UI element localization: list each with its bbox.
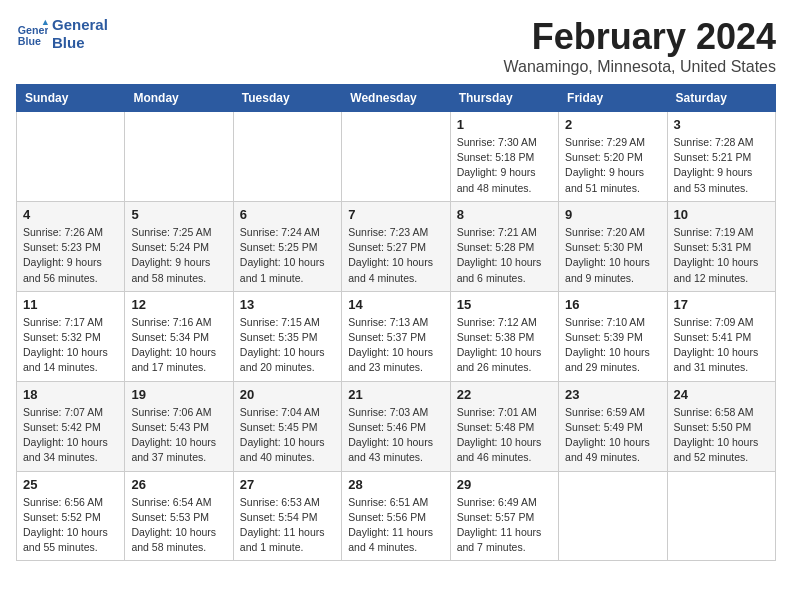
day-info: Sunrise: 7:15 AM Sunset: 5:35 PM Dayligh… — [240, 315, 335, 376]
day-number: 18 — [23, 387, 118, 402]
calendar-cell: 21Sunrise: 7:03 AM Sunset: 5:46 PM Dayli… — [342, 381, 450, 471]
day-info: Sunrise: 6:54 AM Sunset: 5:53 PM Dayligh… — [131, 495, 226, 556]
calendar-cell: 11Sunrise: 7:17 AM Sunset: 5:32 PM Dayli… — [17, 291, 125, 381]
day-number: 22 — [457, 387, 552, 402]
weekday-header-thursday: Thursday — [450, 85, 558, 112]
calendar-table: SundayMondayTuesdayWednesdayThursdayFrid… — [16, 84, 776, 561]
day-number: 26 — [131, 477, 226, 492]
logo-line2: Blue — [52, 34, 108, 52]
calendar-cell: 22Sunrise: 7:01 AM Sunset: 5:48 PM Dayli… — [450, 381, 558, 471]
calendar-cell: 27Sunrise: 6:53 AM Sunset: 5:54 PM Dayli… — [233, 471, 341, 561]
day-number: 14 — [348, 297, 443, 312]
day-info: Sunrise: 7:13 AM Sunset: 5:37 PM Dayligh… — [348, 315, 443, 376]
weekday-header-row: SundayMondayTuesdayWednesdayThursdayFrid… — [17, 85, 776, 112]
calendar-cell: 13Sunrise: 7:15 AM Sunset: 5:35 PM Dayli… — [233, 291, 341, 381]
day-info: Sunrise: 6:53 AM Sunset: 5:54 PM Dayligh… — [240, 495, 335, 556]
day-number: 24 — [674, 387, 769, 402]
day-info: Sunrise: 7:24 AM Sunset: 5:25 PM Dayligh… — [240, 225, 335, 286]
day-info: Sunrise: 7:30 AM Sunset: 5:18 PM Dayligh… — [457, 135, 552, 196]
logo-line1: General — [52, 16, 108, 34]
logo-icon: General Blue — [16, 18, 48, 50]
weekday-header-wednesday: Wednesday — [342, 85, 450, 112]
weekday-header-tuesday: Tuesday — [233, 85, 341, 112]
day-number: 4 — [23, 207, 118, 222]
day-info: Sunrise: 7:01 AM Sunset: 5:48 PM Dayligh… — [457, 405, 552, 466]
calendar-cell: 26Sunrise: 6:54 AM Sunset: 5:53 PM Dayli… — [125, 471, 233, 561]
day-info: Sunrise: 6:49 AM Sunset: 5:57 PM Dayligh… — [457, 495, 552, 556]
weekday-header-saturday: Saturday — [667, 85, 775, 112]
calendar-cell: 20Sunrise: 7:04 AM Sunset: 5:45 PM Dayli… — [233, 381, 341, 471]
calendar-cell — [342, 112, 450, 202]
day-info: Sunrise: 7:25 AM Sunset: 5:24 PM Dayligh… — [131, 225, 226, 286]
day-number: 28 — [348, 477, 443, 492]
day-info: Sunrise: 7:16 AM Sunset: 5:34 PM Dayligh… — [131, 315, 226, 376]
calendar-cell: 23Sunrise: 6:59 AM Sunset: 5:49 PM Dayli… — [559, 381, 667, 471]
calendar-cell: 3Sunrise: 7:28 AM Sunset: 5:21 PM Daylig… — [667, 112, 775, 202]
weekday-header-monday: Monday — [125, 85, 233, 112]
calendar-cell: 16Sunrise: 7:10 AM Sunset: 5:39 PM Dayli… — [559, 291, 667, 381]
calendar-cell — [125, 112, 233, 202]
day-info: Sunrise: 7:29 AM Sunset: 5:20 PM Dayligh… — [565, 135, 660, 196]
day-info: Sunrise: 7:12 AM Sunset: 5:38 PM Dayligh… — [457, 315, 552, 376]
calendar-cell: 15Sunrise: 7:12 AM Sunset: 5:38 PM Dayli… — [450, 291, 558, 381]
calendar-header: SundayMondayTuesdayWednesdayThursdayFrid… — [17, 85, 776, 112]
day-info: Sunrise: 7:26 AM Sunset: 5:23 PM Dayligh… — [23, 225, 118, 286]
calendar-cell: 10Sunrise: 7:19 AM Sunset: 5:31 PM Dayli… — [667, 201, 775, 291]
day-info: Sunrise: 7:19 AM Sunset: 5:31 PM Dayligh… — [674, 225, 769, 286]
day-info: Sunrise: 6:59 AM Sunset: 5:49 PM Dayligh… — [565, 405, 660, 466]
calendar-cell — [667, 471, 775, 561]
calendar-cell: 7Sunrise: 7:23 AM Sunset: 5:27 PM Daylig… — [342, 201, 450, 291]
day-info: Sunrise: 7:21 AM Sunset: 5:28 PM Dayligh… — [457, 225, 552, 286]
calendar-week-row: 25Sunrise: 6:56 AM Sunset: 5:52 PM Dayli… — [17, 471, 776, 561]
calendar-week-row: 11Sunrise: 7:17 AM Sunset: 5:32 PM Dayli… — [17, 291, 776, 381]
day-number: 8 — [457, 207, 552, 222]
day-number: 16 — [565, 297, 660, 312]
day-number: 7 — [348, 207, 443, 222]
day-number: 23 — [565, 387, 660, 402]
calendar-cell: 29Sunrise: 6:49 AM Sunset: 5:57 PM Dayli… — [450, 471, 558, 561]
day-number: 15 — [457, 297, 552, 312]
day-info: Sunrise: 6:56 AM Sunset: 5:52 PM Dayligh… — [23, 495, 118, 556]
svg-text:Blue: Blue — [18, 35, 41, 47]
day-info: Sunrise: 7:23 AM Sunset: 5:27 PM Dayligh… — [348, 225, 443, 286]
logo: General Blue General Blue — [16, 16, 108, 52]
day-number: 6 — [240, 207, 335, 222]
day-info: Sunrise: 7:07 AM Sunset: 5:42 PM Dayligh… — [23, 405, 118, 466]
day-info: Sunrise: 7:03 AM Sunset: 5:46 PM Dayligh… — [348, 405, 443, 466]
day-info: Sunrise: 7:06 AM Sunset: 5:43 PM Dayligh… — [131, 405, 226, 466]
day-number: 20 — [240, 387, 335, 402]
calendar-body: 1Sunrise: 7:30 AM Sunset: 5:18 PM Daylig… — [17, 112, 776, 561]
svg-marker-2 — [43, 20, 48, 25]
calendar-cell: 28Sunrise: 6:51 AM Sunset: 5:56 PM Dayli… — [342, 471, 450, 561]
calendar-cell: 1Sunrise: 7:30 AM Sunset: 5:18 PM Daylig… — [450, 112, 558, 202]
day-number: 3 — [674, 117, 769, 132]
day-number: 9 — [565, 207, 660, 222]
day-number: 11 — [23, 297, 118, 312]
day-info: Sunrise: 6:51 AM Sunset: 5:56 PM Dayligh… — [348, 495, 443, 556]
day-number: 17 — [674, 297, 769, 312]
day-info: Sunrise: 7:10 AM Sunset: 5:39 PM Dayligh… — [565, 315, 660, 376]
weekday-header-sunday: Sunday — [17, 85, 125, 112]
calendar-cell: 24Sunrise: 6:58 AM Sunset: 5:50 PM Dayli… — [667, 381, 775, 471]
calendar-cell: 25Sunrise: 6:56 AM Sunset: 5:52 PM Dayli… — [17, 471, 125, 561]
day-number: 27 — [240, 477, 335, 492]
day-info: Sunrise: 6:58 AM Sunset: 5:50 PM Dayligh… — [674, 405, 769, 466]
calendar-cell: 19Sunrise: 7:06 AM Sunset: 5:43 PM Dayli… — [125, 381, 233, 471]
calendar-cell: 5Sunrise: 7:25 AM Sunset: 5:24 PM Daylig… — [125, 201, 233, 291]
calendar-cell — [233, 112, 341, 202]
day-number: 2 — [565, 117, 660, 132]
day-number: 29 — [457, 477, 552, 492]
day-number: 25 — [23, 477, 118, 492]
day-info: Sunrise: 7:17 AM Sunset: 5:32 PM Dayligh… — [23, 315, 118, 376]
location: Wanamingo, Minnesota, United States — [504, 58, 776, 76]
day-number: 10 — [674, 207, 769, 222]
day-info: Sunrise: 7:28 AM Sunset: 5:21 PM Dayligh… — [674, 135, 769, 196]
calendar-cell: 18Sunrise: 7:07 AM Sunset: 5:42 PM Dayli… — [17, 381, 125, 471]
calendar-cell: 14Sunrise: 7:13 AM Sunset: 5:37 PM Dayli… — [342, 291, 450, 381]
calendar-week-row: 4Sunrise: 7:26 AM Sunset: 5:23 PM Daylig… — [17, 201, 776, 291]
calendar-cell — [559, 471, 667, 561]
calendar-week-row: 18Sunrise: 7:07 AM Sunset: 5:42 PM Dayli… — [17, 381, 776, 471]
calendar-cell: 6Sunrise: 7:24 AM Sunset: 5:25 PM Daylig… — [233, 201, 341, 291]
day-info: Sunrise: 7:20 AM Sunset: 5:30 PM Dayligh… — [565, 225, 660, 286]
calendar-cell: 4Sunrise: 7:26 AM Sunset: 5:23 PM Daylig… — [17, 201, 125, 291]
